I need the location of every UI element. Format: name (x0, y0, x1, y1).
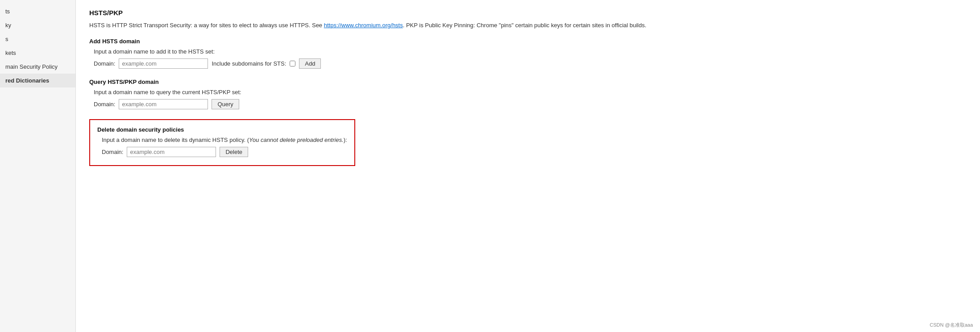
query-hsts-title: Query HSTS/PKP domain (89, 79, 967, 85)
query-hsts-domain-input[interactable] (119, 99, 208, 109)
chromium-link[interactable]: https://www.chromium.org/hsts (324, 22, 403, 29)
query-hsts-section: Query HSTS/PKP domain Input a domain nam… (89, 79, 967, 109)
delete-desc-part1: Input a domain name to delete its dynami… (102, 137, 249, 143)
add-hsts-checkbox-label: Include subdomains for STS: (212, 60, 286, 67)
add-hsts-title: Add HSTS domain (89, 38, 967, 45)
delete-hsts-title: Delete domain security policies (97, 126, 347, 133)
sidebar-item-ts[interactable]: ts (0, 4, 75, 18)
query-hsts-desc: Input a domain name to query the current… (89, 89, 967, 95)
footer-note: CSDN @名准取aaa (930, 322, 973, 328)
sidebar-item-kets[interactable]: kets (0, 46, 75, 60)
query-hsts-domain-label: Domain: (94, 101, 115, 108)
add-hsts-domain-label: Domain: (94, 60, 115, 67)
description-text1: HSTS is HTTP Strict Transport Security: … (89, 22, 324, 29)
add-hsts-input-row: Domain: Include subdomains for STS: Add (89, 58, 967, 69)
delete-hsts-domain-input[interactable] (127, 147, 216, 157)
sidebar: ts ky s kets main Security Policy red Di… (0, 0, 76, 332)
delete-hsts-desc: Input a domain name to delete its dynami… (97, 137, 347, 143)
delete-desc-italic: You cannot delete preloaded entries. (249, 137, 344, 143)
add-hsts-domain-input[interactable] (119, 58, 208, 69)
add-hsts-section: Add HSTS domain Input a domain name to a… (89, 38, 967, 69)
hsts-description: HSTS is HTTP Strict Transport Security: … (89, 21, 967, 30)
sidebar-item-red-dictionaries[interactable]: red Dictionaries (0, 74, 75, 87)
main-content: HSTS/PKP HSTS is HTTP Strict Transport S… (76, 0, 980, 332)
sidebar-item-ky[interactable]: ky (0, 18, 75, 32)
page-title: HSTS/PKP (89, 9, 967, 17)
sidebar-item-s[interactable]: s (0, 32, 75, 46)
delete-hsts-section: Delete domain security policies Input a … (89, 119, 355, 166)
delete-hsts-input-row: Domain: Delete (97, 147, 347, 157)
sidebar-item-main-security-policy[interactable]: main Security Policy (0, 60, 75, 74)
query-hsts-button[interactable]: Query (212, 99, 239, 109)
add-hsts-desc: Input a domain name to add it to the HST… (89, 48, 967, 55)
delete-hsts-button[interactable]: Delete (220, 147, 248, 157)
delete-desc-part2: ): (344, 137, 347, 143)
add-hsts-subdomain-checkbox[interactable] (290, 61, 295, 66)
add-hsts-button[interactable]: Add (299, 58, 321, 69)
query-hsts-input-row: Domain: Query (89, 99, 967, 109)
description-text2: . PKP is Public Key Pinning: Chrome "pin… (403, 22, 647, 29)
delete-hsts-domain-label: Domain: (102, 149, 123, 155)
